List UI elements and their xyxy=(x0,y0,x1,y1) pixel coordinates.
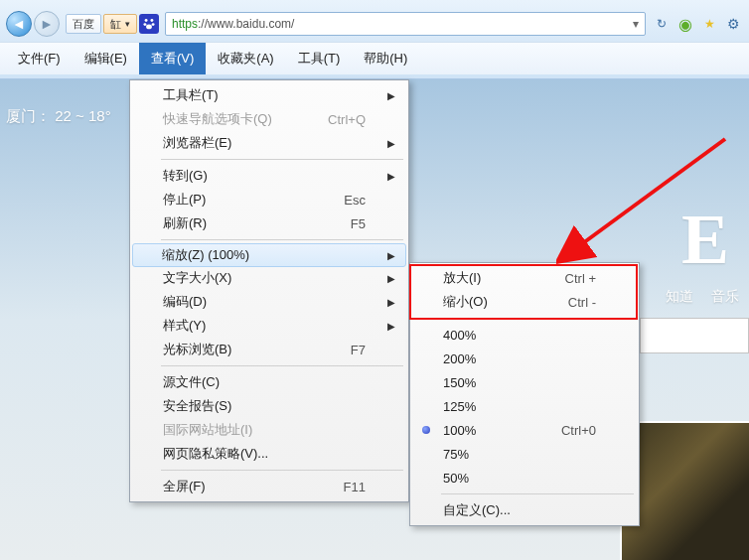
menuitem-zoom[interactable]: 缩放(Z) (100%) ▶ xyxy=(132,243,406,267)
menuitem-refresh[interactable]: 刷新(R) F5 xyxy=(133,211,405,235)
badge-label: 缸 xyxy=(110,17,121,32)
menubar: 文件(F) 编辑(E) 查看(V) 收藏夹(A) 工具(T) 帮助(H) xyxy=(0,42,749,74)
site-badges: 百度 缸 ▾ xyxy=(66,14,159,34)
menuitem-style[interactable]: 样式(Y) ▶ xyxy=(133,314,405,338)
address-bar[interactable]: https://www.baidu.com/ ▾ xyxy=(165,12,646,36)
shortcut-label: Ctrl - xyxy=(568,295,596,310)
menuitem-goto[interactable]: 转到(G) ▶ xyxy=(133,164,405,188)
current-marker-icon xyxy=(422,426,430,434)
menuitem-label: 国际网站地址(I) xyxy=(163,421,252,439)
menuitem-label: 快速导航选项卡(Q) xyxy=(163,110,272,128)
menuitem-fullscreen[interactable]: 全屏(F) F11 xyxy=(133,475,405,498)
menuitem-zoom-out[interactable]: 缩小(O) Ctrl - xyxy=(413,290,636,314)
site-badge-2[interactable]: 缸 ▾ xyxy=(103,14,137,34)
menuitem-label: 浏览器栏(E) xyxy=(163,134,231,152)
shortcut-label: Ctrl+Q xyxy=(328,112,366,127)
menuitem-toolbars[interactable]: 工具栏(T) ▶ xyxy=(133,83,405,107)
menuitem-label: 缩放(Z) (100%) xyxy=(162,246,249,264)
nav-link-zhidao[interactable]: 知道 xyxy=(666,288,693,306)
menuitem-label: 编码(D) xyxy=(163,293,207,311)
shortcut-label: Esc xyxy=(344,193,366,208)
menu-label: 编辑(E) xyxy=(84,50,127,68)
menuitem-zoom-200[interactable]: 200% xyxy=(413,347,636,370)
tools-button[interactable]: ⚙ xyxy=(723,14,743,34)
menu-label: 收藏夹(A) xyxy=(218,50,273,68)
menuitem-zoom-custom[interactable]: 自定义(C)... xyxy=(413,498,636,522)
forward-button[interactable]: ► xyxy=(34,11,60,37)
submenu-arrow-icon: ▶ xyxy=(387,250,395,261)
shortcut-label: Ctrl+0 xyxy=(561,423,596,438)
menu-edit[interactable]: 编辑(E) xyxy=(73,43,139,74)
menu-file[interactable]: 文件(F) xyxy=(6,43,73,74)
background-letter: E xyxy=(681,199,729,281)
nav-links: 知道 音乐 xyxy=(666,288,739,306)
menu-separator xyxy=(161,365,403,366)
menuitem-label: 工具栏(T) xyxy=(163,86,219,104)
menuitem-source[interactable]: 源文件(C) xyxy=(133,370,405,394)
search-box-fragment[interactable] xyxy=(640,318,749,353)
menuitem-label: 400% xyxy=(443,328,476,343)
svg-point-4 xyxy=(146,25,152,30)
menuitem-label: 文字大小(X) xyxy=(163,269,231,287)
menuitem-explorerbar[interactable]: 浏览器栏(E) ▶ xyxy=(133,131,405,155)
site-badge-1[interactable]: 百度 xyxy=(66,14,101,34)
nav-link-music[interactable]: 音乐 xyxy=(711,288,739,306)
menuitem-label: 光标浏览(B) xyxy=(163,341,231,358)
back-button[interactable]: ◄ xyxy=(6,11,32,37)
menu-label: 查看(V) xyxy=(151,50,194,68)
menuitem-stop[interactable]: 停止(P) Esc xyxy=(133,188,405,211)
menuitem-zoom-50[interactable]: 50% xyxy=(413,466,636,490)
weather-text: 厦门： 22 ~ 18° xyxy=(6,107,111,126)
menu-favorites[interactable]: 收藏夹(A) xyxy=(206,43,285,74)
menu-help[interactable]: 帮助(H) xyxy=(352,43,419,74)
baidu-icon[interactable] xyxy=(139,14,159,34)
submenu-arrow-icon: ▶ xyxy=(387,273,395,284)
url-protocol: https xyxy=(172,17,198,31)
menuitem-zoom-in[interactable]: 放大(I) Ctrl + xyxy=(413,266,636,290)
view-menu: 工具栏(T) ▶ 快速导航选项卡(Q) Ctrl+Q 浏览器栏(E) ▶ 转到(… xyxy=(129,79,409,502)
arrow-down-circle-icon: ◉ xyxy=(678,15,692,34)
menuitem-label: 网页隐私策略(V)... xyxy=(163,445,268,463)
menuitem-zoom-75[interactable]: 75% xyxy=(413,442,636,466)
arrow-left-icon: ◄ xyxy=(12,16,26,32)
menuitem-label: 100% xyxy=(443,423,476,438)
shortcut-label: Ctrl + xyxy=(565,271,596,286)
zoom-submenu: 放大(I) Ctrl + 缩小(O) Ctrl - 400% 200% 150%… xyxy=(409,262,640,526)
chevron-down-icon[interactable]: ▾ xyxy=(633,17,639,31)
badge-label: 百度 xyxy=(73,17,94,32)
menuitem-zoom-150[interactable]: 150% xyxy=(413,370,636,394)
menuitem-label: 刷新(R) xyxy=(163,214,207,232)
menuitem-zoom-400[interactable]: 400% xyxy=(413,323,636,347)
menuitem-label: 源文件(C) xyxy=(163,373,220,391)
chevron-down-icon: ▾ xyxy=(125,19,130,29)
menuitem-label: 50% xyxy=(443,471,469,486)
menuitem-label: 样式(Y) xyxy=(163,317,206,335)
menuitem-security-report[interactable]: 安全报告(S) xyxy=(133,394,405,418)
menuitem-zoom-125[interactable]: 125% xyxy=(413,394,636,418)
favorites-button[interactable]: ★ xyxy=(699,14,719,34)
menuitem-label: 200% xyxy=(443,351,476,366)
menu-view[interactable]: 查看(V) xyxy=(139,43,206,74)
menuitem-encoding[interactable]: 编码(D) ▶ xyxy=(133,290,405,314)
menuitem-label: 转到(G) xyxy=(163,167,208,185)
menuitem-privacy-policy[interactable]: 网页隐私策略(V)... xyxy=(133,442,405,466)
menuitem-textsize[interactable]: 文字大小(X) ▶ xyxy=(133,266,405,290)
menuitem-label: 150% xyxy=(443,375,476,390)
menuitem-zoom-100[interactable]: 100% Ctrl+0 xyxy=(413,418,636,442)
refresh-icon: ↻ xyxy=(657,17,667,31)
url-rest: ://www.baidu.com/ xyxy=(198,17,294,31)
menu-label: 帮助(H) xyxy=(364,50,407,68)
addon-button[interactable]: ◉ xyxy=(675,14,695,34)
menu-label: 文件(F) xyxy=(18,50,61,68)
shortcut-label: F7 xyxy=(351,343,366,357)
svg-point-3 xyxy=(152,23,155,26)
menuitem-label: 安全报告(S) xyxy=(163,397,231,415)
submenu-arrow-icon: ▶ xyxy=(387,321,395,332)
menu-separator xyxy=(441,318,634,319)
right-toolbar: ↻ ◉ ★ ⚙ xyxy=(652,14,743,34)
menu-tools[interactable]: 工具(T) xyxy=(286,43,353,74)
shortcut-label: F11 xyxy=(344,480,366,494)
compat-view-button[interactable]: ↻ xyxy=(652,14,672,34)
submenu-arrow-icon: ▶ xyxy=(387,297,395,308)
menuitem-caret-browsing[interactable]: 光标浏览(B) F7 xyxy=(133,338,405,361)
